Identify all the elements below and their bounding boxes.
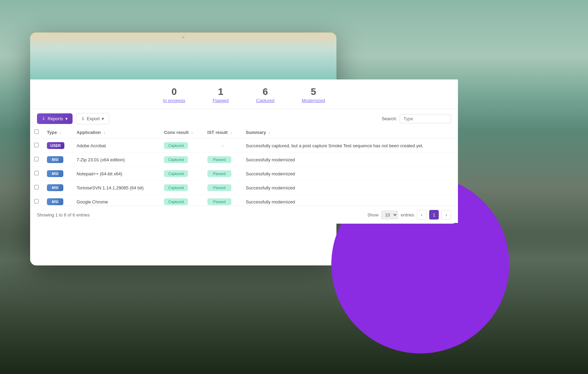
summary-0: Successfully captured, but a post captur… bbox=[242, 139, 458, 153]
app-name-0: Adobe Acrobat bbox=[73, 139, 160, 153]
col-summary[interactable]: Summary ↕ bbox=[242, 126, 458, 139]
stat-modernized-value: 5 bbox=[302, 86, 325, 97]
show-label: Show bbox=[367, 212, 379, 217]
reports-button-label: Reports bbox=[48, 116, 63, 121]
type-badge-4: MSI bbox=[47, 198, 63, 205]
table-row: MSINotepad++ (64-bit x64)CapturedPassedS… bbox=[30, 167, 458, 181]
row-checkbox-4[interactable] bbox=[34, 199, 39, 203]
stat-in-progress-label[interactable]: In progress bbox=[163, 98, 185, 103]
next-page-button[interactable]: › bbox=[442, 210, 451, 220]
summary-1: Successfully modernized bbox=[242, 153, 458, 167]
download-icon: ⇩ bbox=[42, 116, 46, 121]
export-button[interactable]: ⇩ Export ▾ bbox=[76, 113, 110, 124]
stats-row: 0 In progress 1 Flagged 6 Captured 5 Mod… bbox=[30, 79, 458, 109]
sort-summary-icon: ↕ bbox=[269, 130, 271, 135]
pagination-controls: Show 10 25 50 entries ‹ 1 › bbox=[367, 210, 451, 220]
row-checkbox-3[interactable] bbox=[34, 185, 39, 189]
stat-flagged-label[interactable]: Flagged bbox=[213, 98, 229, 103]
showing-text: Showing 1 to 6 of 6 entries bbox=[37, 212, 90, 217]
page-1-button[interactable]: 1 bbox=[429, 210, 439, 220]
export-icon: ⇩ bbox=[81, 116, 85, 121]
type-badge-0: USER bbox=[47, 142, 64, 149]
summary-2: Successfully modernized bbox=[242, 167, 458, 181]
conv-result-1: Captured bbox=[164, 156, 188, 163]
col-application[interactable]: Application ↕ bbox=[73, 126, 160, 139]
type-badge-2: MSI bbox=[47, 170, 63, 177]
search-input[interactable] bbox=[400, 114, 451, 123]
chevron-down-icon-export: ▾ bbox=[102, 116, 104, 121]
stat-flagged-value: 1 bbox=[213, 86, 229, 97]
export-button-label: Export bbox=[87, 116, 100, 121]
sort-conv-icon: ↕ bbox=[191, 130, 193, 135]
app-name-2: Notepad++ (64-bit x64) bbox=[73, 167, 160, 181]
col-conv-result[interactable]: Conv result ↕ bbox=[160, 126, 203, 139]
stat-flagged[interactable]: 1 Flagged bbox=[213, 86, 229, 103]
search-area: Search: bbox=[382, 114, 451, 123]
row-checkbox-1[interactable] bbox=[34, 157, 39, 161]
stat-modernized-label[interactable]: Modernized bbox=[302, 98, 325, 103]
row-checkbox-0[interactable] bbox=[34, 143, 39, 147]
row-checkbox-2[interactable] bbox=[34, 171, 39, 175]
ist-result-3: Passed bbox=[207, 184, 231, 191]
chevron-down-icon: ▾ bbox=[65, 116, 68, 121]
conv-result-2: Captured bbox=[164, 170, 188, 177]
ist-result-1: Passed bbox=[207, 156, 231, 163]
entries-label: entries bbox=[401, 212, 414, 217]
sort-app-icon: ↕ bbox=[103, 130, 105, 135]
col-type[interactable]: Type ↕ bbox=[43, 126, 73, 139]
app-name-1: 7-Zip 23.01 (x64 edition) bbox=[73, 153, 160, 167]
conv-result-3: Captured bbox=[164, 184, 188, 191]
reports-button[interactable]: ⇩ Reports ▾ bbox=[37, 113, 73, 124]
table-row: USERAdobe AcrobatCaptured–Successfully c… bbox=[30, 139, 458, 153]
sort-ist-icon: ↕ bbox=[230, 130, 232, 135]
stat-captured[interactable]: 6 Captured bbox=[256, 86, 274, 103]
select-all-checkbox[interactable] bbox=[34, 129, 39, 134]
select-all-header bbox=[30, 126, 43, 139]
conv-result-0: Captured bbox=[164, 142, 188, 149]
type-badge-1: MSI bbox=[47, 156, 63, 163]
col-ist-result[interactable]: IST result ↕ bbox=[203, 126, 242, 139]
pagination-row: Showing 1 to 6 of 6 entries Show 10 25 5… bbox=[30, 205, 458, 224]
stat-in-progress[interactable]: 0 In progress bbox=[163, 86, 185, 103]
ist-result-0: – bbox=[203, 139, 242, 153]
prev-page-button[interactable]: ‹ bbox=[417, 210, 426, 220]
table-row: MSI7-Zip 23.01 (x64 edition)CapturedPass… bbox=[30, 153, 458, 167]
table-header-row: Type ↕ Application ↕ Conv result ↕ IST r… bbox=[30, 126, 458, 139]
search-label: Search: bbox=[382, 116, 397, 121]
stat-in-progress-value: 0 bbox=[163, 86, 185, 97]
ist-result-2: Passed bbox=[207, 170, 231, 177]
sort-type-icon: ↕ bbox=[60, 130, 62, 135]
conv-result-4: Captured bbox=[164, 198, 188, 205]
entries-select[interactable]: 10 25 50 bbox=[381, 211, 398, 219]
app-name-3: TortoiseSVN 1.14.1.29085 (64 bit) bbox=[73, 181, 160, 195]
table-row: MSITortoiseSVN 1.14.1.29085 (64 bit)Capt… bbox=[30, 181, 458, 195]
stat-captured-label[interactable]: Captured bbox=[256, 98, 274, 103]
summary-3: Successfully modernized bbox=[242, 181, 458, 195]
stat-modernized[interactable]: 5 Modernized bbox=[302, 86, 325, 103]
stat-captured-value: 6 bbox=[256, 86, 274, 97]
chevron-up-icon[interactable]: ⌃ bbox=[181, 35, 186, 43]
ist-result-4: Passed bbox=[207, 198, 231, 205]
type-badge-3: MSI bbox=[47, 184, 63, 191]
